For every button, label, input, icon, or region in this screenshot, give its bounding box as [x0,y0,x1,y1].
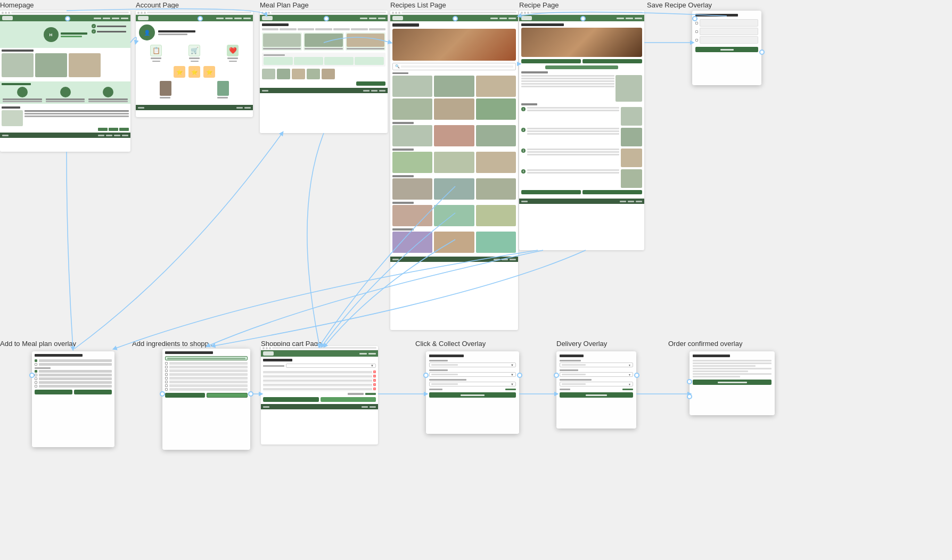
recipeslist-nav [390,11,518,15]
addmealplan-overlay [32,351,114,447]
recipeslist-content: 🔍 [390,21,518,257]
label-account: Account Page [136,1,179,9]
homepage-top-connector [65,16,70,21]
mealplan-footer [260,88,388,93]
saverecipe-option1 [695,19,758,27]
saverecipe-connector [759,50,765,55]
recipepage-top-connector [580,16,586,21]
clickcollect-connector-left [423,373,429,378]
label-addingredients: Add ingredients to shopp... [132,340,215,348]
recipeslist-frame: 🔍 [390,11,518,330]
canvas: Homepage Account Page Meal Plan Page Rec… [0,0,952,560]
shoppingcart-footer [261,404,378,409]
recipeslist-footer [390,257,518,262]
orderconfirmed-overlay [690,351,775,415]
label-mealplan: Meal Plan Page [260,1,309,9]
addingredients-overlay [162,349,250,450]
account-nav [136,11,253,15]
saverecipe-top-connector [692,16,697,21]
addingredients-connector-left [160,391,165,397]
account-content: 👤 📋 🛒 [136,21,253,105]
clickcollect-connector-right [517,373,522,378]
delivery-connector-right [634,373,639,378]
homepage-featured [0,48,130,80]
addingredients-connector-right [248,391,253,397]
orderconfirmed-connector-left [687,379,692,384]
clickcollect-overlay: ▼ ▼ ▼ [426,351,519,434]
label-delivery: Delivery Overlay [556,340,607,348]
account-header [136,15,253,21]
homepage-frame: H ✓ ✓ [0,11,130,152]
homepage-hero: H ✓ ✓ [0,21,130,48]
delivery-overlay: ▼ ▼ ▼ [556,351,636,429]
label-saverecipe: Save Recipe Overlay [647,1,712,9]
shoppingcart-header [261,350,378,357]
account-footer [136,105,253,110]
label-addmealplan: Add to Meal plan overlay [0,340,76,348]
mealplan-nav [260,11,388,15]
homepage-footer [0,133,130,138]
recipepage-content: 1 2 3 [519,21,644,199]
recipepage-footer [519,199,644,204]
label-homepage: Homepage [0,1,34,9]
label-clickcollect: Click & Collect Overlay [415,340,486,348]
homepage-howwework [0,81,130,104]
saverecipe-option2 [695,28,758,35]
account-frame: 👤 📋 🛒 [136,11,253,117]
homepage-nav [0,11,130,15]
mealplan-frame [260,11,388,133]
orderconfirmed-connector-bottom [687,394,692,399]
saverecipe-option3 [695,36,758,44]
saverecipe-overlay [692,11,761,85]
label-recipepage: Recipe Page [519,1,559,9]
shoppingcart-nav [261,346,378,350]
mealplan-top-connector [324,16,329,21]
shoppingcart-content: ▼ ✕ ✕ ✕ ✕ ✕ [261,357,378,404]
addmealplan-connector-left [29,373,35,378]
account-top-connector [198,16,203,21]
label-orderconfirmed: Order confirmed overlay [668,340,742,348]
delivery-connector-left [554,373,559,378]
homepage-blog [0,105,130,133]
recipepage-frame: 1 2 3 [519,11,644,250]
shoppingcart-frame: ▼ ✕ ✕ ✕ ✕ ✕ [261,346,378,444]
mealplan-content [260,21,388,88]
label-recipeslist: Recipes List Page [390,1,446,9]
recipepage-nav [519,11,644,15]
recipeslist-top-connector [453,16,458,21]
